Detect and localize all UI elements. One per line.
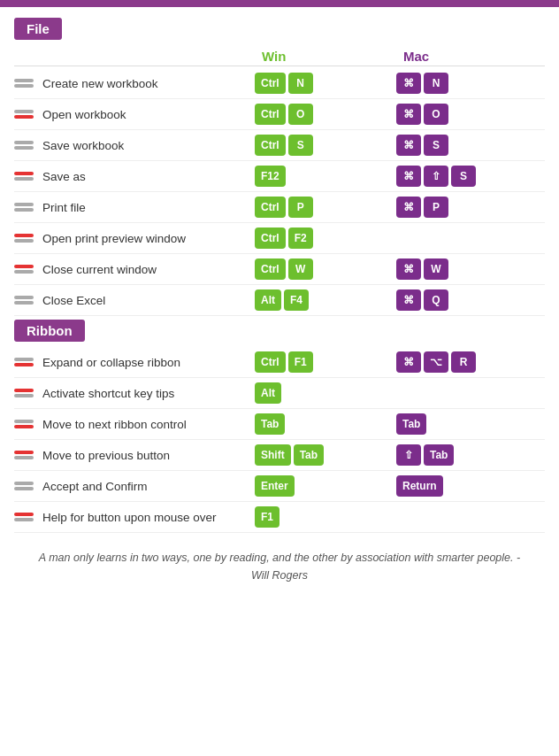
- bar-gray: [14, 79, 34, 82]
- mac-keys: Tab: [396, 413, 538, 435]
- key-button: Alt: [255, 289, 281, 311]
- key-button: ⌘: [396, 73, 421, 94]
- row-label: Move to previous button: [42, 449, 255, 462]
- key-button: ⌘: [396, 135, 421, 156]
- bar-red: [14, 425, 34, 428]
- key-button: F12: [255, 166, 286, 187]
- key-button: ⌘: [396, 289, 421, 311]
- key-button: Q: [424, 289, 448, 311]
- row-label: Open print preview window: [42, 232, 255, 245]
- shortcut-row: Close ExcelAltF4⌘Q: [14, 285, 545, 316]
- main-container: File Win Mac Create new workbookCtrlN⌘NO…: [0, 14, 559, 598]
- key-button: N: [288, 73, 313, 94]
- key-button: Ctrl: [255, 104, 286, 125]
- win-keys: CtrlO: [255, 104, 396, 125]
- bar-gray: [14, 394, 34, 397]
- key-button: F4: [284, 289, 309, 311]
- shortcut-row: Save workbookCtrlS⌘S: [14, 130, 545, 161]
- key-button: F2: [288, 228, 313, 249]
- bar-gray: [14, 420, 34, 423]
- row-label: Save workbook: [42, 139, 255, 152]
- bar-red: [14, 389, 34, 392]
- bar-gray: [14, 146, 34, 150]
- key-button: Tab: [396, 413, 426, 435]
- key-button: Return: [396, 475, 443, 497]
- bar-red: [14, 451, 34, 454]
- key-button: N: [424, 73, 448, 94]
- shortcut-row: Activate shortcut key tipsAlt: [14, 378, 545, 409]
- shortcut-row: Open print preview windowCtrlF2: [14, 223, 545, 254]
- win-keys: CtrlN: [255, 73, 396, 94]
- row-icon: [14, 234, 34, 243]
- key-button: ⇧: [424, 166, 448, 187]
- bar-red: [14, 172, 34, 175]
- key-button: S: [424, 135, 448, 156]
- key-button: ⌘: [396, 197, 421, 218]
- win-keys: F1: [255, 506, 396, 528]
- row-icon: [14, 482, 34, 490]
- mac-keys: ⌘O: [396, 104, 538, 125]
- bar-red: [14, 265, 34, 268]
- bar-gray: [14, 270, 34, 274]
- mac-keys: ⌘⌥R: [396, 351, 538, 373]
- key-button: ⌘: [396, 351, 421, 373]
- col-win-header: Win: [262, 49, 403, 64]
- section-header-file: File: [14, 18, 62, 40]
- win-keys: Alt: [255, 382, 396, 404]
- row-icon: [14, 451, 34, 459]
- key-button: Tab: [424, 444, 454, 466]
- row-icon: [14, 513, 34, 521]
- mac-keys: ⌘W: [396, 258, 538, 280]
- bar-gray: [14, 518, 34, 521]
- mac-keys: ⌘N: [396, 73, 538, 94]
- key-button: S: [451, 166, 476, 187]
- bar-red: [14, 115, 34, 119]
- row-icon: [14, 420, 34, 428]
- key-button: W: [424, 258, 448, 280]
- key-button: F1: [288, 351, 313, 373]
- key-button: O: [288, 104, 313, 125]
- key-button: Ctrl: [255, 135, 286, 156]
- bar-gray: [14, 296, 34, 299]
- row-icon: [14, 110, 34, 119]
- row-label: Help for button upon mouse over: [42, 511, 255, 524]
- bar-gray: [14, 482, 34, 485]
- row-label: Print file: [42, 201, 255, 214]
- key-button: F1: [255, 506, 280, 528]
- key-button: Shift: [255, 444, 291, 466]
- shortcut-row: Expand or collapse ribbonCtrlF1⌘⌥R: [14, 347, 545, 378]
- shortcut-row: Close current windowCtrlW⌘W: [14, 254, 545, 285]
- key-button: ⇧: [396, 444, 421, 466]
- mac-keys: ⌘⇧S: [396, 166, 538, 187]
- row-icon: [14, 79, 34, 88]
- row-label: Close Excel: [42, 294, 255, 307]
- key-button: O: [424, 104, 448, 125]
- col-mac-header: Mac: [403, 49, 545, 64]
- win-keys: ShiftTab: [255, 444, 396, 466]
- mac-keys: ⌘Q: [396, 289, 538, 311]
- win-keys: CtrlP: [255, 197, 396, 218]
- key-button: Ctrl: [255, 197, 286, 218]
- win-keys: CtrlW: [255, 258, 396, 280]
- key-button: ⌘: [396, 104, 421, 125]
- bar-gray: [14, 301, 34, 305]
- key-button: ⌘: [396, 166, 421, 187]
- bar-gray: [14, 110, 34, 113]
- section-header-ribbon: Ribbon: [14, 320, 85, 342]
- key-button: Ctrl: [255, 258, 286, 280]
- key-button: Ctrl: [255, 73, 286, 94]
- bar-gray: [14, 358, 34, 361]
- row-label: Create new workbook: [42, 77, 255, 90]
- shortcut-row: Move to previous buttonShiftTab⇧Tab: [14, 440, 545, 471]
- bar-gray: [14, 208, 34, 212]
- row-icon: [14, 265, 34, 274]
- row-label: Activate shortcut key tips: [42, 387, 255, 400]
- win-keys: CtrlS: [255, 135, 396, 156]
- row-label: Close current window: [42, 263, 255, 276]
- row-icon: [14, 203, 34, 212]
- mac-keys: ⌘P: [396, 197, 538, 218]
- shortcut-row: Help for button upon mouse overF1: [14, 502, 545, 533]
- win-keys: Enter: [255, 475, 396, 497]
- row-icon: [14, 172, 34, 181]
- bar-gray: [14, 84, 34, 88]
